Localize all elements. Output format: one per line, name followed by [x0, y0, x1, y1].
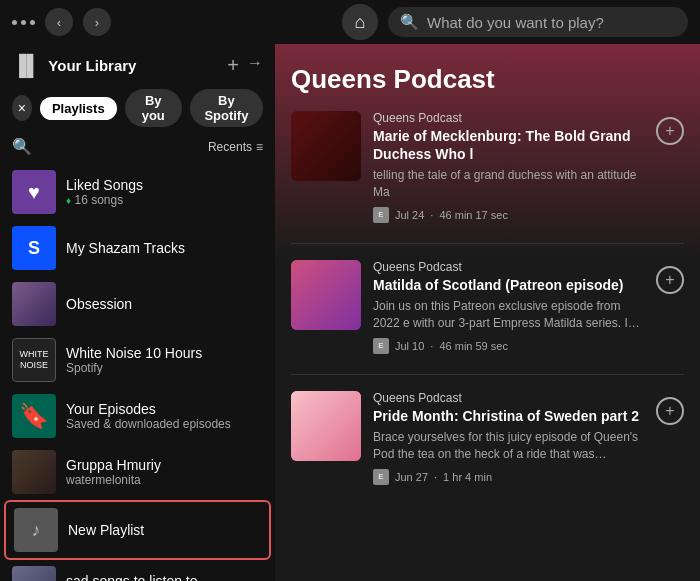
obsession-name: Obsession [66, 296, 263, 312]
episode-podcast: Queens Podcast [373, 111, 644, 125]
episode-add-button[interactable]: + [656, 266, 684, 294]
nav-forward-button[interactable]: › [83, 8, 111, 36]
sadsongs-name: sad songs to listen to [66, 573, 263, 581]
episode-item: Queens Podcast Matilda of Scotland (Patr… [291, 260, 684, 354]
library-list: ♥ Liked Songs ♦ 16 songs S My Shazam Tra… [0, 164, 275, 581]
list-item[interactable]: sad songs to listen to 0woofyfvozrgs9mr1… [4, 560, 271, 581]
episode-duration: 46 min 59 sec [439, 340, 507, 352]
liked-songs-info: Liked Songs ♦ 16 songs [66, 177, 263, 207]
episodes-info: Your Episodes Saved & downloaded episode… [66, 401, 263, 431]
gruppa-name: Gruppa Hmuriy [66, 457, 263, 473]
sidebar-search-icon[interactable]: 🔍 [12, 137, 32, 156]
episode-item: Queens Podcast Marie of Mecklenburg: The… [291, 111, 684, 223]
episode-separator: · [434, 471, 437, 483]
gruppa-sub: watermelonita [66, 473, 263, 487]
obsession-thumb [12, 282, 56, 326]
home-button[interactable]: ⌂ [342, 4, 378, 40]
list-item[interactable]: WHITENOISE White Noise 10 Hours Spotify [4, 332, 271, 388]
episode-meta: E Jul 24 · 46 min 17 sec [373, 207, 644, 223]
list-item[interactable]: Gruppa Hmuriy watermelonita [4, 444, 271, 500]
episode-info: Queens Podcast Marie of Mecklenburg: The… [373, 111, 644, 223]
episode-item: Queens Podcast Pride Month: Christina of… [291, 391, 684, 485]
episode-add-button[interactable]: + [656, 117, 684, 145]
list-item[interactable]: S My Shazam Tracks [4, 220, 271, 276]
dot-3 [30, 20, 35, 25]
shazam-thumb: S [12, 226, 56, 270]
filter-playlists[interactable]: Playlists [40, 97, 117, 120]
episode-date: Jun 27 [395, 471, 428, 483]
episode-separator: · [430, 209, 433, 221]
liked-songs-name: Liked Songs [66, 177, 263, 193]
recents-sort-icon: ≡ [256, 140, 263, 154]
episode-title: Pride Month: Christina of Sweden part 2 [373, 407, 644, 425]
episode-thumbnail [291, 391, 361, 461]
list-item[interactable]: Obsession [4, 276, 271, 332]
gruppa-info: Gruppa Hmuriy watermelonita [66, 457, 263, 487]
whitenoise-info: White Noise 10 Hours Spotify [66, 345, 263, 375]
episodes-sub: Saved & downloaded episodes [66, 417, 263, 431]
newplaylist-name: New Playlist [68, 522, 261, 538]
episodes-name: Your Episodes [66, 401, 263, 417]
gruppa-thumb [12, 450, 56, 494]
newplaylist-thumb: ♪ [14, 508, 58, 552]
liked-songs-thumb: ♥ [12, 170, 56, 214]
top-bar: ‹ › ⌂ 🔍 What do you want to play? [0, 0, 700, 44]
episode-podcast: Queens Podcast [373, 260, 644, 274]
list-item[interactable]: 🔖 Your Episodes Saved & downloaded episo… [4, 388, 271, 444]
episode-add-button[interactable]: + [656, 397, 684, 425]
episode-duration: 1 hr 4 min [443, 471, 492, 483]
close-filter-button[interactable]: × [12, 95, 32, 121]
episode-podcast: Queens Podcast [373, 391, 644, 405]
episode-title: Matilda of Scotland (Patreon episode) [373, 276, 644, 294]
right-panel: Queens Podcast Queens Podcast Marie of M… [275, 44, 700, 581]
search-icon: 🔍 [400, 13, 419, 31]
recents-label-text: Recents [208, 140, 252, 154]
sidebar-header-actions: + → [227, 54, 263, 77]
episodes-thumb: 🔖 [12, 394, 56, 438]
nav-back-button[interactable]: ‹ [45, 8, 73, 36]
recents-sort-button[interactable]: Recents ≡ [208, 140, 263, 154]
list-item[interactable]: ♪ New Playlist [4, 500, 271, 560]
shazam-name: My Shazam Tracks [66, 240, 263, 256]
filter-bar: × Playlists By you By Spotify [0, 85, 275, 135]
episode-info: Queens Podcast Pride Month: Christina of… [373, 391, 644, 485]
sadsongs-thumb [12, 566, 56, 581]
library-title: Your Library [48, 57, 219, 74]
episode-meta: E Jun 27 · 1 hr 4 min [373, 469, 644, 485]
obsession-info: Obsession [66, 296, 263, 312]
search-placeholder: What do you want to play? [427, 14, 604, 31]
liked-songs-sub: ♦ 16 songs [66, 193, 263, 207]
episode-info: Queens Podcast Matilda of Scotland (Patr… [373, 260, 644, 354]
episode-divider [291, 374, 684, 375]
filter-by-you[interactable]: By you [125, 89, 182, 127]
dot-1 [12, 20, 17, 25]
whitenoise-name: White Noise 10 Hours [66, 345, 263, 361]
whitenoise-sub: Spotify [66, 361, 263, 375]
episode-title: Marie of Mecklenburg: The Bold Grand Duc… [373, 127, 644, 163]
episode-date: Jul 24 [395, 209, 424, 221]
search-bar[interactable]: 🔍 What do you want to play? [388, 7, 688, 37]
episode-desc: Join us on this Patreon exclusive episod… [373, 298, 644, 332]
search-sort-bar: 🔍 Recents ≡ [0, 135, 275, 164]
newplaylist-info: New Playlist [68, 522, 261, 538]
panel-title: Queens Podcast [291, 64, 684, 95]
filter-by-spotify[interactable]: By Spotify [190, 89, 263, 127]
episode-type-icon: E [373, 469, 389, 485]
add-library-button[interactable]: + [227, 54, 239, 77]
shazam-info: My Shazam Tracks [66, 240, 263, 256]
list-item[interactable]: ♥ Liked Songs ♦ 16 songs [4, 164, 271, 220]
expand-library-button[interactable]: → [247, 54, 263, 77]
episode-separator: · [430, 340, 433, 352]
liked-songs-count: 16 songs [74, 193, 123, 207]
episode-desc: Brace yourselves for this juicy episode … [373, 429, 644, 463]
liked-songs-dot: ♦ [66, 195, 71, 206]
episode-meta: E Jul 10 · 46 min 59 sec [373, 338, 644, 354]
episode-desc: telling the tale of a grand duchess with… [373, 167, 644, 201]
sidebar: ▐▌ Your Library + → × Playlists By you B… [0, 44, 275, 581]
sidebar-header: ▐▌ Your Library + → [0, 44, 275, 85]
window-dots [12, 20, 35, 25]
whitenoise-thumb: WHITENOISE [12, 338, 56, 382]
library-icon: ▐▌ [12, 54, 40, 77]
episode-divider [291, 243, 684, 244]
dot-2 [21, 20, 26, 25]
